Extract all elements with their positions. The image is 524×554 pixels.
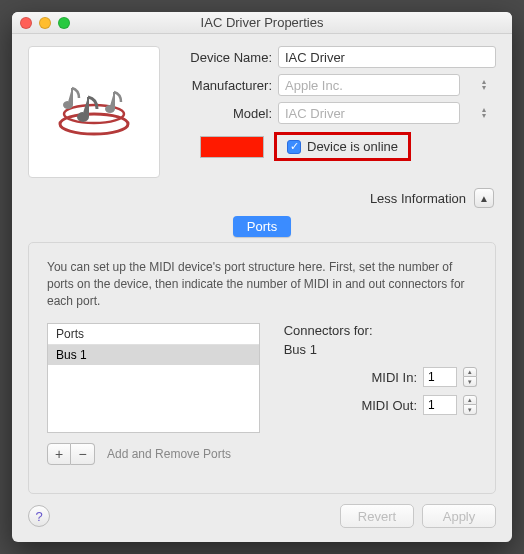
titlebar: IAC Driver Properties [12, 12, 512, 34]
tab-ports[interactable]: Ports [233, 216, 291, 237]
model-select[interactable] [278, 102, 460, 124]
disclosure-toggle[interactable]: ▲ [474, 188, 494, 208]
midi-out-step-up[interactable]: ▴ [463, 395, 477, 405]
chevron-updown-icon: ▴▾ [476, 105, 492, 121]
chevron-updown-icon: ▴▾ [476, 77, 492, 93]
midi-out-input[interactable] [423, 395, 457, 415]
revert-button[interactable]: Revert [340, 504, 414, 528]
tabs: Ports [12, 216, 512, 237]
ports-column: Ports Bus 1 + − Add and Remove Ports [47, 323, 260, 479]
music-notes-icon [44, 62, 144, 162]
ports-list[interactable]: Ports Bus 1 [47, 323, 260, 433]
device-name-label: Device Name: [172, 50, 272, 65]
minimize-icon[interactable] [39, 17, 51, 29]
device-icon-well[interactable] [28, 46, 160, 178]
midi-in-input[interactable] [423, 367, 457, 387]
add-port-button[interactable]: + [47, 443, 71, 465]
device-online-checkbox[interactable] [287, 140, 301, 154]
close-icon[interactable] [20, 17, 32, 29]
remove-port-button[interactable]: − [71, 443, 95, 465]
device-form: Device Name: Manufacturer: ▴▾ Model: ▴▾ [172, 46, 496, 178]
midi-in-step-up[interactable]: ▴ [463, 367, 477, 377]
panel-description: You can set up the MIDI device's port st… [47, 259, 477, 309]
connectors-port-name: Bus 1 [284, 342, 477, 357]
manufacturer-select[interactable] [278, 74, 460, 96]
traffic-lights [20, 17, 70, 29]
manufacturer-label: Manufacturer: [172, 78, 272, 93]
device-name-input[interactable] [278, 46, 496, 68]
ports-list-header: Ports [48, 324, 259, 345]
zoom-icon[interactable] [58, 17, 70, 29]
ports-list-item[interactable]: Bus 1 [48, 345, 259, 365]
midi-in-label: MIDI In: [341, 370, 417, 385]
help-button[interactable]: ? [28, 505, 50, 527]
apply-button[interactable]: Apply [422, 504, 496, 528]
add-remove-group: + − [47, 443, 95, 465]
connectors-column: Connectors for: Bus 1 MIDI In: ▴ ▾ MIDI … [284, 323, 477, 479]
midi-in-step-down[interactable]: ▾ [463, 377, 477, 387]
dialog-buttons: ? Revert Apply [12, 494, 512, 542]
add-remove-hint: Add and Remove Ports [107, 447, 231, 461]
window-title: IAC Driver Properties [12, 15, 512, 30]
device-online-label: Device is online [307, 139, 398, 154]
connectors-title: Connectors for: [284, 323, 477, 338]
device-online-highlight: Device is online [274, 132, 411, 161]
midi-out-label: MIDI Out: [341, 398, 417, 413]
model-label: Model: [172, 106, 272, 121]
ports-panel: You can set up the MIDI device's port st… [28, 242, 496, 494]
window: IAC Driver Properties Device Name: Manuf… [12, 12, 512, 542]
device-summary: Device Name: Manufacturer: ▴▾ Model: ▴▾ [12, 34, 512, 186]
midi-out-step-down[interactable]: ▾ [463, 405, 477, 415]
disclosure-row: Less Information ▲ [12, 186, 512, 216]
disclosure-label: Less Information [370, 191, 466, 206]
color-swatch[interactable] [200, 136, 264, 158]
